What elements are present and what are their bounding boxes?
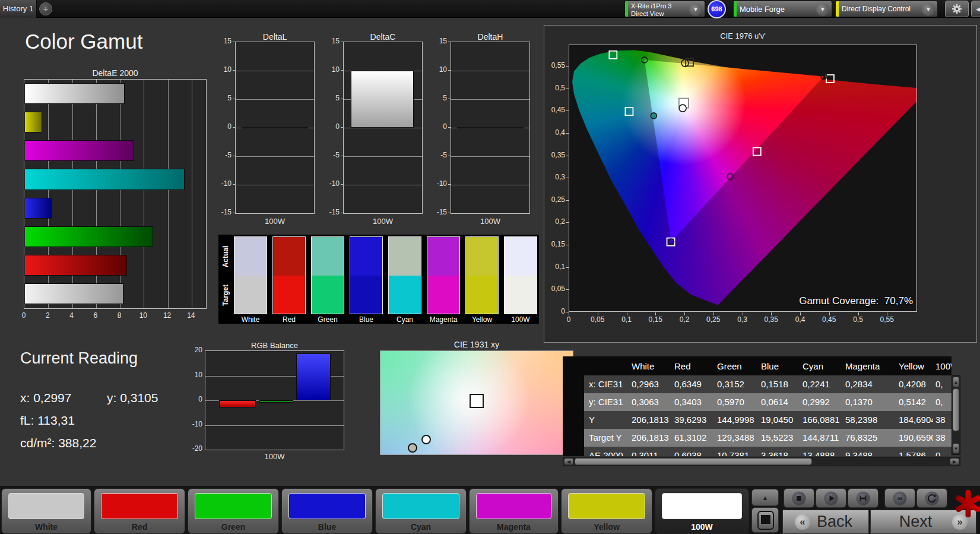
pattern-button-label: Green [188,522,278,532]
table-row-2: y: CIE310,30630,34030,59700,06140,29920,… [563,393,952,411]
table-cell: 206,1813 [629,411,672,429]
pattern-button-blue[interactable]: Blue [281,488,373,534]
scroll-right-button[interactable]: ▶ [950,458,959,465]
pattern-button-100w[interactable]: 100W [655,488,749,534]
table-cell: 0,3152 [715,375,759,393]
add-tab-button[interactable]: + [39,2,52,15]
rgb-y-tick: 20 [185,346,202,354]
cie1976-y-tick: 0,4 [539,128,565,137]
pattern-button-yellow[interactable]: Yellow [561,488,652,534]
pattern-button-magenta[interactable]: Magenta [469,488,559,534]
deltal-bar-zero [242,127,308,128]
table-cell: 144,8711 [800,429,843,447]
cie1976-x-tick: 0,05 [587,315,608,324]
pattern-control-bar: WhiteRedGreenBlueCyanMagentaYellow100W ▲… [0,486,980,534]
cie1976-y-tick: 0,45 [539,106,565,114]
deltae-bar-blue [24,198,52,219]
deltal-chart-title: DeltaL [235,32,315,42]
tick-mark [448,184,451,185]
table-vertical-scrollbar[interactable]: ▲ ▼ [952,375,960,455]
triangle-up-icon: ▲ [762,494,769,501]
pattern-swatch [195,493,272,519]
deltac-x-label: 100W [343,217,423,226]
collapse-panel-button[interactable]: ◀ [971,1,980,17]
tick-mark [743,312,743,315]
cie1976-x-tick: 0,1 [616,315,638,324]
rgb-balance-chart-title: RGB Balance [205,341,344,350]
cie1976-x-tick: 0,45 [819,315,840,324]
settings-button[interactable] [945,1,969,17]
cie1976-x-tick: 0,2 [674,315,695,324]
deltae-bar-100w [24,283,123,304]
scroll-down-button[interactable]: ▼ [953,443,959,454]
target-swatch [350,276,382,314]
gamut-coverage-readout: Gamut Coverage: 70,7% [706,295,913,307]
measured-marker-blue [668,239,674,245]
deltae2000-chart-title: DeltaE 2000 [24,68,207,78]
deltal-chart [235,42,315,214]
tick-mark [566,289,569,290]
deltae-bar-cyan [24,169,185,189]
swatch-label: Magenta [423,315,464,324]
pattern-button-red[interactable]: Red [94,488,185,534]
stop-button[interactable] [784,488,814,508]
table-cell: 0,6349 [672,375,715,393]
deltac-bar [351,71,414,128]
deltah-y-tick: -10 [430,179,447,188]
workflow-selector-dropdown[interactable]: Mobile Forge ▼ [733,1,832,17]
swatch-label: 100W [500,315,541,324]
gridline [236,99,314,100]
step-button[interactable] [848,488,878,508]
horizontal-scroll-thumb[interactable] [575,458,812,465]
table-cell: 0, [933,375,952,393]
tick-mark [233,42,235,42]
measured-marker-white [679,105,686,112]
pattern-swatch [568,493,645,519]
gridline [236,71,314,71]
back-button[interactable]: « Back [782,510,869,534]
refresh-button[interactable] [916,488,947,508]
row-label: Y [584,411,629,429]
tick-mark [233,70,235,71]
table-horizontal-scrollbar[interactable]: ◀ ▶ [563,457,960,466]
meter-selector-dropdown[interactable]: X-Rite i1Pro 3 Direct View ▼ [624,1,705,17]
pattern-button-label: White [2,522,91,532]
chevron-left-icon: ◀ [976,5,980,12]
pattern-up-button[interactable]: ▲ [751,489,779,506]
loop-button[interactable]: ∞ [884,488,915,508]
pattern-window-button[interactable] [751,507,779,533]
vertical-scroll-thumb[interactable] [953,388,959,431]
tick-mark [771,312,772,315]
tick-mark [341,184,343,185]
rgb-balance-chart [205,350,344,450]
target-swatch [389,276,421,314]
cie1931-target-square [470,394,484,408]
table-cell: 0,4208 [896,375,933,393]
tick-mark [800,312,801,315]
scroll-up-button[interactable]: ▲ [953,377,959,387]
tab-history-1[interactable]: History 1 [0,0,37,18]
deltal-y-tick: -15 [215,208,231,216]
pattern-button-label: Cyan [376,522,466,532]
target-swatch [312,276,344,314]
play-button[interactable] [816,488,846,508]
rgb-y-tick: 0 [185,395,202,403]
table-cell: 9,3488 [843,447,896,456]
table-cell: 0,2834 [843,375,896,393]
pattern-button-green[interactable]: Green [188,488,279,534]
gridline [205,425,344,426]
tick-mark [713,312,714,315]
top-bar: History 1 + X-Rite i1Pro 3 Direct View ▼… [0,0,980,18]
deltal-y-tick: -5 [215,151,231,159]
pattern-button-cyan[interactable]: Cyan [375,488,467,534]
pattern-button-white[interactable]: White [1,488,91,534]
meter-mode: Direct View [631,10,664,17]
display-control-dropdown[interactable]: Direct Display Control ▼ [835,1,938,17]
table-cell: 39,6293 [672,411,715,429]
tick-mark [341,127,343,128]
swatch-column-yellow [465,236,499,314]
tick-mark [566,200,569,201]
pattern-swatch [8,493,84,519]
table-cell: 61,3102 [672,429,715,447]
scroll-left-button[interactable]: ◀ [564,458,573,465]
